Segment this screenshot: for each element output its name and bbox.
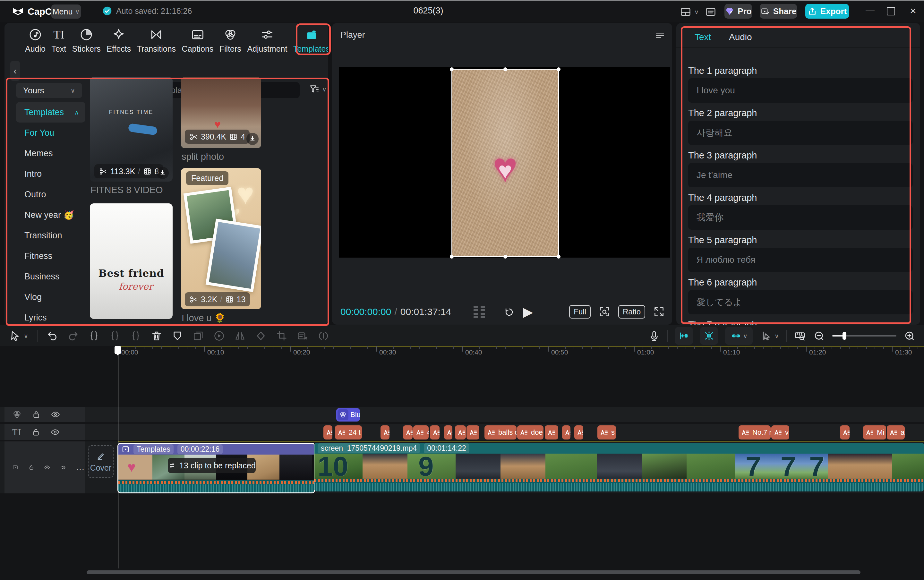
maximize-button[interactable] (887, 7, 895, 15)
text-clip[interactable]: Mi (863, 425, 886, 440)
playhead-handle[interactable] (115, 346, 121, 354)
eye-icon[interactable] (50, 427, 60, 437)
text-clip[interactable]: v (771, 425, 789, 440)
selection-handle[interactable] (450, 68, 454, 71)
replace-clips-overlay[interactable]: 13 clip to be replaced (168, 458, 256, 473)
category-fitness[interactable]: Fitness (16, 246, 85, 266)
record-voiceover-button[interactable] (648, 330, 660, 342)
full-button[interactable]: Full (569, 305, 591, 318)
text-clip[interactable]: s (597, 425, 616, 440)
text-clip[interactable]: a (887, 425, 905, 440)
text-clip[interactable] (574, 425, 583, 440)
screen-video-clip[interactable]: screen_1750574490219.mp4 00:01:14:22 10 … (315, 443, 924, 491)
paragraph-input[interactable] (688, 248, 913, 272)
text-clip[interactable] (403, 425, 413, 440)
text-clip[interactable]: d (466, 425, 479, 440)
select-tool[interactable]: ∨ (9, 330, 28, 342)
text-clip[interactable]: No.7 n (739, 425, 771, 440)
overlay-button[interactable] (192, 330, 204, 342)
nav-item-transitions[interactable]: Transitions (137, 28, 176, 54)
redo-button[interactable] (67, 330, 79, 342)
category-for-you[interactable]: For You (16, 122, 85, 143)
delete-button[interactable] (150, 330, 163, 342)
menu-button[interactable]: Menu ∨ (51, 5, 81, 19)
speaker-icon[interactable] (60, 463, 66, 472)
split-left-button[interactable] (109, 330, 121, 342)
player-menu-button[interactable] (654, 30, 665, 40)
more-icon[interactable]: … (76, 462, 85, 473)
snap-toggle[interactable] (675, 327, 693, 345)
category-transition[interactable]: Transition (16, 225, 85, 246)
template-card-i-love-u[interactable]: ♥ ♥ Featured 3.2K / 13 (181, 168, 261, 309)
ratio-button[interactable]: Ratio (618, 305, 645, 318)
text-clip[interactable]: balls c (484, 425, 517, 440)
timeline-scale-button[interactable] (794, 330, 806, 342)
cursor-mode-button[interactable]: ∨ (760, 330, 779, 342)
text-clip[interactable] (562, 425, 570, 440)
selection-handle[interactable] (557, 255, 560, 259)
zoom-slider-knob[interactable] (843, 332, 847, 340)
zoom-in-button[interactable] (903, 330, 916, 342)
paragraph-input[interactable] (688, 290, 913, 315)
nav-item-audio[interactable]: Audio (25, 28, 46, 54)
paragraph-input[interactable] (688, 78, 913, 103)
selection-handle[interactable] (557, 68, 560, 71)
category-new-year[interactable]: New year 🥳 (16, 205, 85, 225)
collapse-panel-button[interactable]: ‹ (10, 61, 20, 81)
text-clip[interactable] (323, 425, 333, 440)
text-clip[interactable] (430, 425, 440, 440)
nav-item-effects[interactable]: Effects (107, 28, 131, 54)
download-button[interactable] (156, 167, 169, 179)
category-vlog[interactable]: Vlog (16, 287, 85, 307)
cover-button[interactable]: Cover (88, 445, 114, 478)
nav-item-text[interactable]: TIText (51, 28, 66, 54)
eye-icon[interactable] (44, 463, 50, 472)
selection-handle[interactable] (503, 255, 507, 259)
extract-text-button[interactable] (296, 330, 309, 342)
text-clip[interactable]: doe (517, 425, 544, 440)
lock-icon[interactable] (28, 463, 35, 472)
filter-clip-blue[interactable]: Blue (336, 408, 360, 422)
time-ruler[interactable] (118, 346, 924, 357)
nav-item-templates[interactable]: Templates (293, 28, 328, 54)
template-card-best-friend[interactable]: Best friend forever (90, 203, 173, 319)
keyframe-button[interactable] (255, 330, 267, 342)
filter-button[interactable]: ∨ (309, 83, 327, 95)
export-button[interactable]: Export (805, 4, 849, 19)
layout-switcher[interactable]: ∨ (680, 6, 699, 18)
share-button[interactable]: Share (760, 4, 797, 19)
horizontal-scrollbar[interactable] (87, 570, 860, 574)
zoom-slider[interactable] (832, 335, 896, 336)
paragraph-input[interactable] (688, 205, 913, 230)
tab-audio[interactable]: Audio (729, 32, 752, 42)
template-card-fitnes[interactable]: FITNES TIME 113.3K / 8 (90, 77, 173, 181)
text-clip[interactable]: 4 (413, 425, 429, 440)
undo-button[interactable] (46, 330, 58, 342)
tab-text[interactable]: Text (695, 32, 711, 42)
frame-view-button[interactable] (474, 306, 485, 318)
fullscreen-button[interactable] (653, 306, 665, 318)
speed-button[interactable] (213, 330, 225, 342)
category-templates[interactable]: Templates∧ (16, 102, 85, 122)
crop-button[interactable] (276, 330, 288, 342)
zoom-out-button[interactable] (813, 330, 825, 342)
lock-icon[interactable] (31, 410, 41, 419)
pro-button[interactable]: Pro (725, 4, 752, 19)
paragraph-input[interactable] (688, 163, 913, 187)
split-right-button[interactable] (130, 330, 142, 342)
nav-item-adjustment[interactable]: Adjustment (247, 28, 287, 54)
audio-split-button[interactable] (317, 330, 329, 342)
text-clip[interactable] (455, 425, 466, 440)
notes-button[interactable] (705, 6, 717, 18)
selection-handle[interactable] (450, 255, 454, 259)
text-clip[interactable]: 24 t (335, 425, 362, 440)
selection-handle[interactable] (503, 68, 507, 71)
text-clip[interactable] (840, 425, 850, 440)
text-clip[interactable]: v (545, 425, 558, 440)
text-clip[interactable] (380, 425, 389, 440)
nav-item-filters[interactable]: Filters (219, 28, 241, 54)
auto-cut-toggle[interactable] (700, 327, 718, 345)
template-card-split-photo[interactable]: ♥ 390.4K 4 (181, 77, 261, 148)
link-toggle[interactable]: ∨ (725, 327, 753, 345)
eye-icon[interactable] (51, 410, 60, 419)
